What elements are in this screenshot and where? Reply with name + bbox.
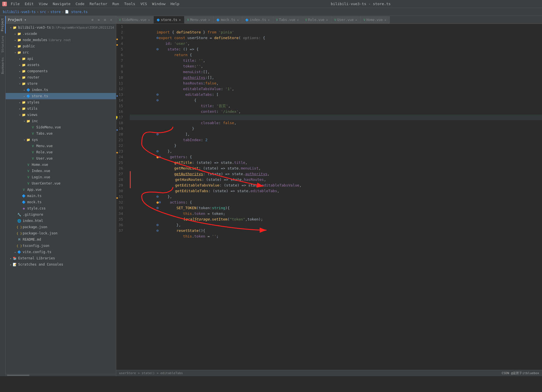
tree-store-ts[interactable]: ▸ 🔷 store.ts xyxy=(6,93,116,99)
tab-icon-mock: 🔷 xyxy=(216,18,220,22)
tree-scratches[interactable]: ▸ 📝 Scratches and Consoles xyxy=(6,261,116,268)
tab-store-ts[interactable]: 🔷 store.ts × xyxy=(154,16,185,24)
breadcrumb-project[interactable]: bilibili-vue3-ts xyxy=(3,10,36,14)
tree-tabs-vue[interactable]: V Tabs.vue xyxy=(6,130,116,137)
breadcrumb-file[interactable]: store.ts xyxy=(71,10,88,14)
file-icon-scratches: 📝 xyxy=(12,262,17,267)
tree-package-json[interactable]: { } package.json xyxy=(6,224,116,230)
side-tab-project[interactable]: Project xyxy=(0,16,6,33)
tab-close-user[interactable]: × xyxy=(355,18,357,22)
tree-app-vue[interactable]: V App.vue xyxy=(6,187,116,193)
menu-view[interactable]: View xyxy=(37,1,50,7)
side-tab-bookmarks[interactable]: Bookmarks xyxy=(0,55,5,77)
tab-tabs-vue[interactable]: V Tabs.vue × xyxy=(273,16,302,24)
side-tab-structure[interactable]: Structure xyxy=(0,33,5,55)
tab-close-menu[interactable]: × xyxy=(208,18,210,22)
tab-home-vue[interactable]: V Home.vue × xyxy=(361,16,390,24)
menu-vcs[interactable]: VCS xyxy=(138,1,149,7)
menu-tools[interactable]: Tools xyxy=(122,1,137,7)
project-btn-close[interactable]: × xyxy=(109,17,114,22)
tab-sidemenu-vue[interactable]: V SideMenu.vue × xyxy=(116,16,154,24)
tab-close-store[interactable]: × xyxy=(179,18,181,22)
menu-edit[interactable]: Edit xyxy=(22,1,36,7)
menu-window[interactable]: Window xyxy=(150,1,168,7)
tree-gitignore[interactable]: 🔧 .gitignore xyxy=(6,211,116,218)
tree-store[interactable]: ▾ 📁 store xyxy=(6,80,116,87)
tree-styles[interactable]: ▸ 📁 styles xyxy=(6,99,116,105)
tree-assets[interactable]: ▸ 📁 assets xyxy=(6,62,116,68)
tree-role-vue[interactable]: V Role.vue xyxy=(6,149,116,155)
tab-role-vue[interactable]: V Role.vue × xyxy=(302,16,332,24)
tree-sidemenu-vue[interactable]: V SideMenu.vue xyxy=(6,124,116,130)
tree-main-ts[interactable]: 🔷 main.ts xyxy=(6,193,116,199)
tree-utils[interactable]: ▸ 📁 utils xyxy=(6,105,116,112)
tab-close-index-ts[interactable]: × xyxy=(267,18,270,22)
tab-menu-vue[interactable]: V Menu.vue × xyxy=(185,16,214,24)
tab-icon-menu: V xyxy=(187,18,189,22)
menu-run[interactable]: Run xyxy=(110,1,121,7)
tree-style-css[interactable]: ● style.css xyxy=(6,205,116,211)
file-icon-vue-login: V xyxy=(26,175,31,179)
menu-refactor[interactable]: Refactor xyxy=(87,1,110,7)
code-line-15: content: '/index', xyxy=(130,103,542,109)
menu-help[interactable]: Help xyxy=(168,1,182,7)
tab-label-home: Home.vue xyxy=(367,18,383,22)
project-btn-locate[interactable]: ⊕ xyxy=(90,17,95,22)
status-breadcrumb-text: userStore > state() > editableTabs xyxy=(119,371,183,375)
editor-wrapper: V SideMenu.vue × 🔷 store.ts × V Menu.vue… xyxy=(116,16,542,376)
folder-icon-assets: 📁 xyxy=(22,63,26,67)
breadcrumb-src[interactable]: src xyxy=(40,10,46,14)
tree-tsconfig-json[interactable]: { } tsconfig.json xyxy=(6,243,116,249)
tab-user-vue[interactable]: V User.vue × xyxy=(332,16,361,24)
tree-vite-config-ts[interactable]: ▸ 🔷 vite.config.ts xyxy=(6,249,116,255)
menu-file[interactable]: File xyxy=(9,1,22,7)
tree-api[interactable]: ▸ 📁 api xyxy=(6,56,116,62)
tree-index-html[interactable]: 🌐 index.html xyxy=(6,218,116,224)
folder-icon-inc: 📁 xyxy=(26,119,31,123)
tree-vscode[interactable]: ▸ 📁 .vscode xyxy=(6,31,116,37)
code-line-11: editableTabsValue: '1', xyxy=(130,80,542,86)
tree-user-vue[interactable]: V User.vue xyxy=(6,155,116,162)
code-line-20: tabIndex: 2 xyxy=(130,132,542,137)
tab-icon-home: V xyxy=(363,18,365,22)
tab-close-tabs-vue[interactable]: × xyxy=(297,18,299,22)
tree-menu-vue[interactable]: V Menu.vue xyxy=(6,143,116,149)
tab-label-store: store.ts xyxy=(161,18,177,22)
file-icon-vue-usercenter: V xyxy=(26,181,31,186)
tab-index-ts[interactable]: 🔷 index.ts × xyxy=(242,16,273,24)
code-content[interactable]: import { defineStore } from 'pinia' ⊖exp… xyxy=(128,24,542,370)
tree-mock-ts[interactable]: 🔷 mock.ts xyxy=(6,199,116,205)
project-btn-settings[interactable]: ⚙ xyxy=(102,17,107,22)
tree-root[interactable]: ▾ 📁 bilibili-vue3-ts D:\ProgramWorkSpace… xyxy=(6,24,116,31)
tree-store-label: store xyxy=(27,82,37,86)
code-container: 1 2 ●3 ●4 5 6 7 8 9 10 11 12 ◆13 14 xyxy=(116,24,542,370)
breadcrumb-store[interactable]: store xyxy=(50,10,61,14)
tree-views[interactable]: ▾ 📁 views xyxy=(6,112,116,118)
tree-components[interactable]: ▸ 📁 components xyxy=(6,68,116,74)
tab-close-mock[interactable]: × xyxy=(236,18,239,22)
tree-sys[interactable]: ▾ 📁 sys xyxy=(6,137,116,143)
tree-readme[interactable]: M README.md xyxy=(6,236,116,243)
tab-close-home[interactable]: × xyxy=(384,18,387,22)
project-btn-collapse[interactable]: ≡ xyxy=(96,17,101,22)
tree-login-vue[interactable]: V Login.vue xyxy=(6,174,116,180)
tree-external-libs[interactable]: ▸ 📚 External Libraries xyxy=(6,255,116,261)
tree-store-index[interactable]: ▸ 🔷 index.ts xyxy=(6,87,116,93)
code-line-32: ⊖ SET_TOKEN(token:string){ xyxy=(130,200,542,205)
tree-public[interactable]: ▸ 📁 public xyxy=(6,43,116,49)
menu-navigate[interactable]: Navigate xyxy=(50,1,73,7)
tab-close-role[interactable]: × xyxy=(326,18,329,22)
tree-index-vue[interactable]: V Index.vue xyxy=(6,168,116,174)
app-icon: I xyxy=(2,2,7,6)
tree-src[interactable]: ▾ 📁 src xyxy=(6,49,116,56)
tab-mock-ts[interactable]: 🔷 mock.ts × xyxy=(213,16,242,24)
tree-router[interactable]: ▸ 📁 router xyxy=(6,74,116,80)
tree-usercenter-vue[interactable]: V UserCenter.vue xyxy=(6,180,116,187)
tree-node-modules[interactable]: ▸ 📁 node_modules library root xyxy=(6,37,116,43)
tree-package-lock-json[interactable]: { } package-lock.json xyxy=(6,230,116,236)
tab-close-sidemenu[interactable]: × xyxy=(148,18,151,22)
tree-inc[interactable]: ▾ 📁 inc xyxy=(6,118,116,124)
menu-code[interactable]: Code xyxy=(73,1,87,7)
tree-home-vue[interactable]: V Home.vue xyxy=(6,162,116,168)
code-line-21: } xyxy=(130,137,542,143)
